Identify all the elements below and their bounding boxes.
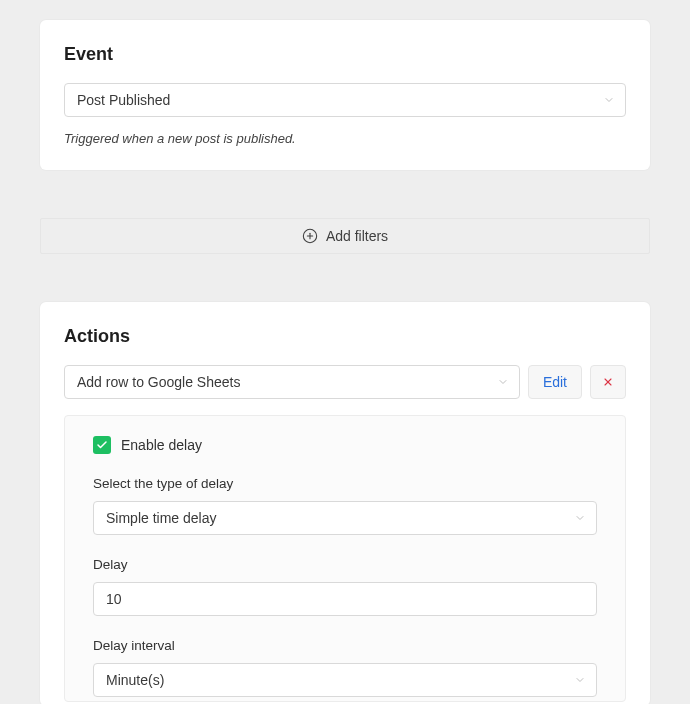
- delay-type-group: Select the type of delay Simple time del…: [93, 476, 597, 535]
- delay-type-value: Simple time delay: [106, 510, 217, 526]
- event-select-value: Post Published: [77, 92, 170, 108]
- chevron-down-icon: [603, 94, 615, 106]
- remove-action-button[interactable]: [590, 365, 626, 399]
- event-card: Event Post Published Triggered when a ne…: [40, 20, 650, 170]
- event-title: Event: [64, 44, 626, 65]
- add-filters-label: Add filters: [326, 228, 388, 244]
- actions-title: Actions: [64, 326, 626, 347]
- plus-circle-icon: [302, 228, 318, 244]
- chevron-down-icon: [574, 674, 586, 686]
- delay-interval-group: Delay interval Minute(s): [93, 638, 597, 697]
- enable-delay-checkbox[interactable]: [93, 436, 111, 454]
- page-root: Event Post Published Triggered when a ne…: [0, 0, 690, 704]
- delay-interval-select[interactable]: Minute(s): [93, 663, 597, 697]
- delay-interval-value: Minute(s): [106, 672, 164, 688]
- chevron-down-icon: [497, 376, 509, 388]
- enable-delay-label: Enable delay: [121, 437, 202, 453]
- delay-amount-label: Delay: [93, 557, 597, 572]
- actions-card: Actions Add row to Google Sheets Edit: [40, 302, 650, 704]
- delay-type-select[interactable]: Simple time delay: [93, 501, 597, 535]
- delay-amount-input[interactable]: [93, 582, 597, 616]
- delay-amount-group: Delay: [93, 557, 597, 616]
- check-icon: [96, 439, 108, 451]
- chevron-down-icon: [574, 512, 586, 524]
- delay-type-label: Select the type of delay: [93, 476, 597, 491]
- event-helper-text: Triggered when a new post is published.: [64, 131, 626, 146]
- action-select[interactable]: Add row to Google Sheets: [64, 365, 520, 399]
- event-select[interactable]: Post Published: [64, 83, 626, 117]
- action-select-value: Add row to Google Sheets: [77, 374, 240, 390]
- add-filters-button[interactable]: Add filters: [40, 218, 650, 254]
- action-row: Add row to Google Sheets Edit: [64, 365, 626, 399]
- edit-button[interactable]: Edit: [528, 365, 582, 399]
- delay-panel: Enable delay Select the type of delay Si…: [64, 415, 626, 702]
- delay-interval-label: Delay interval: [93, 638, 597, 653]
- enable-delay-row: Enable delay: [93, 436, 597, 454]
- close-icon: [602, 376, 614, 388]
